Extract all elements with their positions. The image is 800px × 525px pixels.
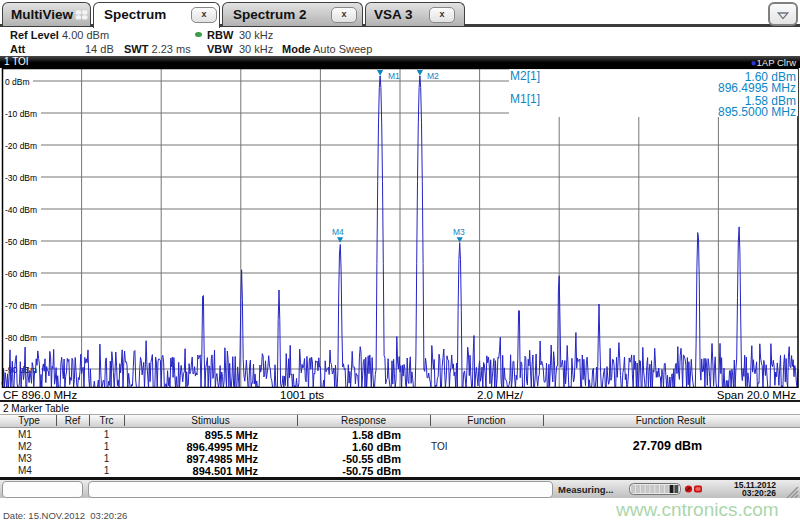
svg-text:-10 dBm: -10 dBm <box>5 109 37 119</box>
svg-text:-70 dBm: -70 dBm <box>5 301 37 311</box>
svg-text:-20 dBm: -20 dBm <box>5 141 37 151</box>
svg-text:M2: M2 <box>427 71 439 81</box>
svg-text:896.4995 MHz: 896.4995 MHz <box>718 81 796 95</box>
svg-text:-40 dBm: -40 dBm <box>5 205 37 215</box>
svg-text:M3: M3 <box>453 227 465 237</box>
svg-text:-80 dBm: -80 dBm <box>5 333 37 343</box>
svg-text:-50 dBm: -50 dBm <box>5 237 37 247</box>
svg-text:M4: M4 <box>332 227 344 237</box>
svg-text:-30 dBm: -30 dBm <box>5 173 37 183</box>
svg-text:M1: M1 <box>388 71 400 81</box>
svg-text:M1[1]: M1[1] <box>510 92 540 106</box>
svg-text:-60 dBm: -60 dBm <box>5 269 37 279</box>
svg-text:0 dBm: 0 dBm <box>5 77 30 87</box>
svg-text:M2[1]: M2[1] <box>510 69 540 83</box>
svg-text:895.5000 MHz: 895.5000 MHz <box>718 105 796 119</box>
